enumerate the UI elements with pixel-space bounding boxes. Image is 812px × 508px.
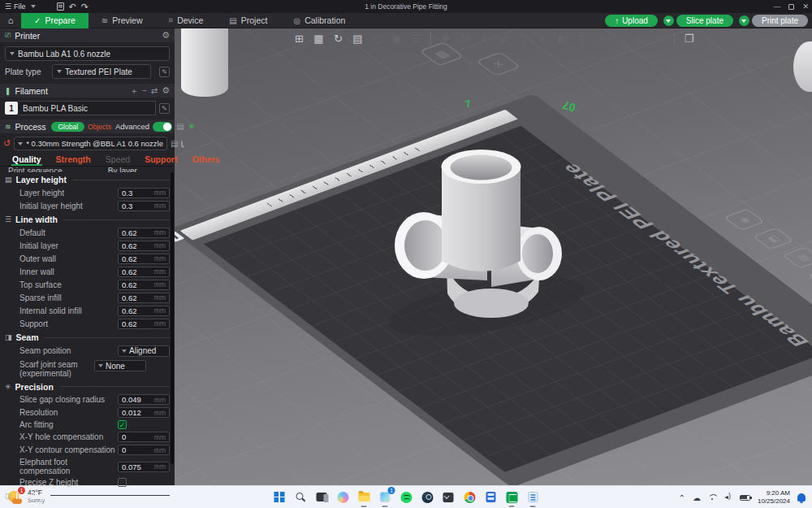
advanced-toggle[interactable] [153, 122, 172, 132]
close-button[interactable]: ✕ [802, 2, 809, 11]
tab-others[interactable]: Others [184, 154, 227, 166]
seam-position-select[interactable]: Aligned [118, 345, 170, 357]
tab-strength[interactable]: Strength [49, 154, 98, 166]
onedrive-cloud-icon[interactable]: ☁ [693, 493, 701, 502]
add-filament-icon[interactable]: ＋ [130, 87, 138, 95]
tab-prepare[interactable]: ✓Prepare [21, 13, 89, 28]
printer-settings-gear-icon[interactable]: ⚙ [162, 30, 170, 41]
slice-gap-closing-radius-input[interactable]: 0.049mm [118, 394, 170, 405]
chrome-icon[interactable] [463, 490, 477, 504]
seam-paint-icon[interactable]: ◎ [612, 30, 629, 47]
bambu-studio-icon[interactable] [505, 490, 519, 504]
variable-layer-height-icon[interactable]: ☰ [408, 30, 425, 47]
file-menu-chevron-icon[interactable] [31, 5, 36, 8]
printer-preset-select[interactable]: Bambu Lab A1 0.6 nozzle [5, 46, 170, 61]
line-width-support-input[interactable]: 0.62mm [118, 319, 170, 329]
tab-project[interactable]: ▤Project [216, 13, 280, 28]
spotify-icon[interactable] [400, 490, 413, 504]
support-paint-icon[interactable]: ✎ [593, 30, 610, 47]
start-button[interactable] [273, 490, 287, 504]
terminal-icon[interactable] [442, 490, 456, 504]
steam-icon[interactable] [421, 490, 434, 504]
remove-filament-icon[interactable]: − [142, 87, 147, 95]
model-pipe-fitting[interactable] [378, 126, 589, 337]
sync-filament-icon[interactable]: ⇄ [151, 87, 158, 95]
split-to-objects-icon[interactable]: ▢ [369, 30, 386, 47]
reset-preset-icon[interactable]: ↺ [3, 138, 11, 149]
scarf-joint-seam-select[interactable]: None [94, 360, 146, 371]
line-width-internal-solid-infill-input[interactable]: 0.62mm [118, 306, 170, 316]
initial-layer-height-input[interactable]: 0.3mm [118, 201, 170, 211]
plate-type-select[interactable]: Textured PEI Plate [52, 64, 151, 79]
compare-presets-icon[interactable]: ▤ [176, 123, 184, 131]
undo-icon[interactable]: ↶ [69, 2, 76, 11]
arrange-icon[interactable]: ▤ [349, 30, 366, 47]
add-model-icon[interactable]: ⊞ [291, 30, 308, 47]
elephant-foot-compensation-input[interactable]: 0.075mm [118, 462, 170, 472]
viewport-3d[interactable]: ▦ ✕ ▮▯▮ Bambu Textured PEI Plate ◉ ◧ ▦ ▭… [175, 28, 812, 485]
precise-z-height-checkbox[interactable] [118, 478, 127, 487]
printer-edit-icon[interactable]: ✎ [159, 67, 170, 77]
filament-settings-gear-icon[interactable]: ⚙ [162, 85, 170, 96]
tab-support[interactable]: Support [137, 154, 184, 166]
tab-preview[interactable]: ≋Preview [89, 13, 156, 28]
offplate-model-left[interactable] [181, 28, 228, 97]
filament-edit-icon[interactable]: ✎ [159, 103, 170, 114]
task-view-icon[interactable] [315, 490, 329, 504]
assembly-view-icon[interactable]: ❐ [680, 30, 698, 47]
xy-contour-compensation-input[interactable]: 0mm [118, 445, 170, 455]
slice-plate-button[interactable]: Slice plate [676, 15, 733, 27]
move-icon[interactable]: ✚ [437, 30, 454, 47]
rotate-icon[interactable]: ↻ [456, 30, 473, 47]
line-width-outer-wall-input[interactable]: 0.62mm [118, 254, 170, 264]
minimize-button[interactable]: — [773, 2, 780, 11]
tab-calibration[interactable]: ◎Calibration [280, 13, 358, 28]
parameter-table-icon[interactable]: ✳ [188, 123, 195, 131]
notification-bell-icon[interactable] [797, 493, 806, 501]
home-icon[interactable]: ⌂ [0, 15, 21, 25]
layer-height-input[interactable]: 0.3mm [118, 188, 170, 198]
tab-speed[interactable]: Speed [98, 154, 137, 166]
filament-slot-badge[interactable]: 1 [5, 102, 18, 115]
line-width-top-surface-input[interactable]: 0.62mm [118, 280, 170, 290]
process-preset-select[interactable]: * 0.30mm Strength @BBL A1 0.6 nozzle [14, 137, 167, 150]
text-tool-icon[interactable]: T [573, 30, 590, 47]
battery-icon[interactable] [740, 495, 750, 501]
file-menu[interactable]: ☰ File [5, 2, 26, 11]
save-icon[interactable] [57, 2, 64, 11]
tray-chevron-icon[interactable]: ⌃ [679, 493, 685, 502]
search-icon[interactable] [294, 490, 308, 504]
xy-hole-compensation-input[interactable]: 0mm [118, 432, 170, 442]
filament-preset-select[interactable]: Bambu PLA Basic [18, 101, 156, 115]
slice-options-chevron[interactable] [663, 15, 674, 26]
scale-icon[interactable]: ⇕ [476, 30, 493, 47]
save-preset-icon[interactable]: ▤ [171, 140, 178, 148]
calculator-icon[interactable] [484, 490, 498, 504]
scope-global-button[interactable]: Global [51, 122, 84, 132]
line-width-sparse-infill-input[interactable]: 0.62mm [118, 293, 170, 303]
sidebar-scrollbar[interactable] [171, 172, 174, 464]
notepad-icon[interactable] [526, 490, 540, 504]
infill-paint-icon[interactable]: ▨ [632, 30, 649, 47]
measure-icon[interactable]: ▭ [651, 30, 668, 47]
lay-flat-icon[interactable]: ▽ [515, 30, 532, 47]
print-plate-button[interactable]: Print plate [752, 15, 808, 27]
print-options-chevron[interactable] [739, 15, 749, 26]
file-explorer-icon[interactable] [357, 490, 371, 504]
clock[interactable]: 9:20 AM 10/25/2024 [758, 489, 790, 505]
mirror-icon[interactable]: ⇄ [495, 30, 512, 47]
tab-quality[interactable]: Quality [5, 154, 49, 166]
split-to-parts-icon[interactable]: ▣ [388, 30, 405, 47]
add-plate-icon[interactable]: ▦ [310, 30, 327, 47]
resolution-input[interactable]: 0.012mm [118, 407, 170, 418]
color-paint-icon[interactable]: ◧ [554, 30, 571, 47]
volume-icon[interactable] [724, 494, 732, 501]
maximize-button[interactable] [788, 4, 794, 10]
arc-fitting-checkbox[interactable]: ✓ [118, 420, 127, 429]
scope-objects-button[interactable]: Objects [88, 123, 111, 131]
line-width-default-input[interactable]: 0.62mm [118, 228, 170, 238]
cut-icon[interactable]: ✂ [534, 30, 551, 47]
tab-device[interactable]: ⌗Device [156, 13, 217, 28]
line-width-initial-layer-input[interactable]: 0.62mm [118, 241, 170, 251]
auto-orient-icon[interactable]: ↻ [330, 30, 347, 47]
